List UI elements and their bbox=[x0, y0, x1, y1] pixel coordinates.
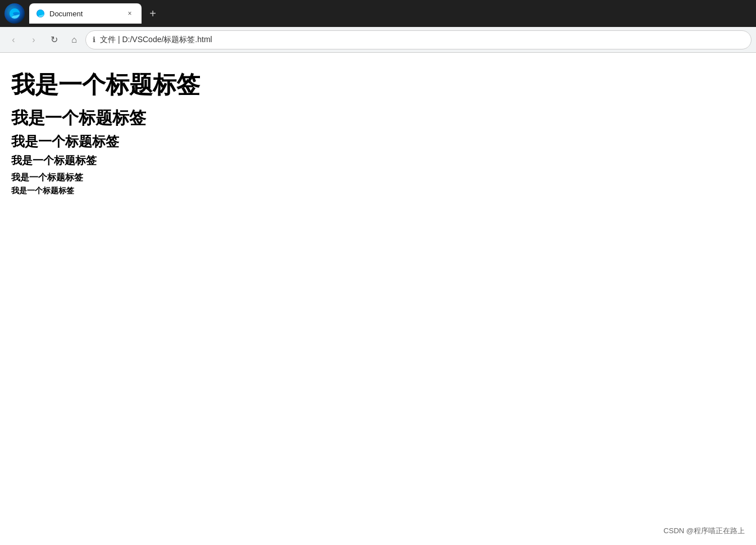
heading-h2: 我是一个标题标签 bbox=[11, 108, 745, 128]
reload-button[interactable]: ↻ bbox=[45, 31, 63, 49]
heading-h3: 我是一个标题标签 bbox=[11, 134, 745, 150]
forward-button[interactable]: › bbox=[25, 31, 43, 49]
heading-h6: 我是一个标题标签 bbox=[11, 186, 745, 196]
tab-close-button[interactable]: × bbox=[125, 8, 135, 19]
address-info-icon: ℹ bbox=[93, 35, 95, 44]
tab-favicon-icon bbox=[36, 9, 45, 18]
new-tab-button[interactable]: + bbox=[144, 4, 162, 22]
browser-chrome: Document × + ‹ › ↻ ⌂ ℹ 文件 | D:/VSCode/标题… bbox=[0, 0, 756, 53]
svg-point-1 bbox=[13, 12, 20, 15]
address-bar[interactable]: ℹ 文件 | D:/VSCode/标题标签.html bbox=[85, 30, 752, 49]
heading-h5: 我是一个标题标签 bbox=[11, 172, 745, 183]
address-text: 文件 | D:/VSCode/标题标签.html bbox=[100, 35, 212, 45]
page-content: 我是一个标题标签 我是一个标题标签 我是一个标题标签 我是一个标题标签 我是一个… bbox=[0, 53, 756, 545]
heading-h4: 我是一个标题标签 bbox=[11, 155, 745, 167]
active-tab[interactable]: Document × bbox=[29, 3, 142, 24]
tab-bar: Document × + bbox=[0, 0, 756, 27]
tab-title: Document bbox=[49, 10, 120, 18]
heading-h1: 我是一个标题标签 bbox=[11, 71, 745, 99]
nav-bar: ‹ › ↻ ⌂ ℹ 文件 | D:/VSCode/标题标签.html bbox=[0, 27, 756, 53]
home-button[interactable]: ⌂ bbox=[65, 31, 83, 49]
browser-logo bbox=[4, 3, 25, 24]
watermark: CSDN @程序喵正在路上 bbox=[663, 526, 745, 536]
back-button[interactable]: ‹ bbox=[4, 31, 22, 49]
